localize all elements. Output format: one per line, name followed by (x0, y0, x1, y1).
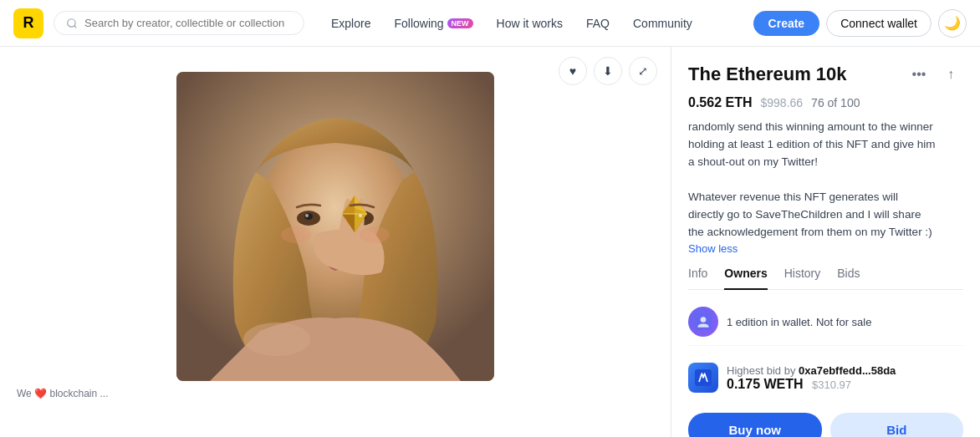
nft-title-row: The Ethereum 10k ••• ↑ (688, 62, 963, 87)
svg-point-15 (305, 214, 309, 217)
bid-avatar (688, 363, 718, 393)
like-button[interactable]: ♥ (559, 57, 587, 85)
left-panel: ♥ ⬇ ⤢ (0, 47, 671, 437)
logo[interactable]: R (13, 8, 43, 38)
bid-avatar-icon (695, 369, 712, 386)
artwork-caption: We ❤️ blockchain ... (0, 388, 109, 399)
connect-wallet-button[interactable]: Connect wallet (826, 10, 932, 37)
tab-history[interactable]: History (784, 267, 821, 290)
buy-bid-row: Buy now Bid (688, 413, 963, 437)
svg-point-17 (281, 226, 311, 243)
nav-item-faq[interactable]: FAQ (576, 12, 620, 35)
bid-amount: 0.175 WETH (727, 377, 804, 391)
svg-point-19 (243, 323, 310, 356)
bid-address: 0xa7ebffedd...58da (799, 364, 896, 377)
owner-row: 1 edition in wallet. Not for sale (688, 298, 963, 346)
nav-item-following[interactable]: Following NEW (384, 12, 482, 35)
nav-item-community[interactable]: Community (623, 12, 702, 35)
header-right: Create Connect wallet 🌙 (753, 9, 967, 38)
nft-description: randomly send this winning amount to the… (688, 119, 963, 258)
title-actions: ••• ↑ (906, 62, 963, 87)
main-nav: Explore Following NEW How it works FAQ C… (321, 12, 743, 35)
bid-amount-row: 0.175 WETH $310.97 (727, 377, 896, 392)
right-panel: The Ethereum 10k ••• ↑ 0.562 ETH $998.66… (671, 47, 980, 437)
main-content: ♥ ⬇ ⤢ (0, 47, 980, 437)
nft-tabs: Info Owners History Bids (688, 267, 963, 290)
nft-title: The Ethereum 10k (688, 64, 906, 85)
owner-info: 1 edition in wallet. Not for sale (727, 316, 871, 328)
svg-line-1 (74, 25, 77, 28)
tab-info[interactable]: Info (688, 267, 707, 290)
svg-point-18 (360, 226, 390, 243)
tab-bids[interactable]: Bids (837, 267, 860, 290)
owner-avatar-icon (695, 313, 712, 330)
price-row: 0.562 ETH $998.66 76 of 100 (688, 95, 963, 110)
bid-button[interactable]: Bid (830, 413, 964, 437)
following-new-badge: NEW (447, 18, 473, 28)
create-button[interactable]: Create (753, 11, 820, 36)
edition-info: 76 of 100 (811, 96, 860, 109)
search-icon (66, 18, 78, 29)
nav-item-explore[interactable]: Explore (321, 12, 380, 35)
search-input[interactable] (84, 17, 292, 29)
artwork-image (176, 72, 494, 381)
artwork-actions: ♥ ⬇ ⤢ (559, 57, 657, 85)
nav-item-how-it-works[interactable]: How it works (487, 12, 573, 35)
bid-usd: $310.97 (812, 379, 851, 391)
bid-row: Highest bid by 0xa7ebffedd...58da 0.175 … (688, 354, 963, 401)
bid-details: Highest bid by 0xa7ebffedd...58da 0.175 … (727, 364, 896, 392)
svg-point-16 (359, 214, 362, 217)
header: R Explore Following NEW How it works FAQ… (0, 0, 980, 47)
download-button[interactable]: ⬇ (594, 57, 622, 85)
more-options-button[interactable]: ••• (906, 62, 932, 87)
artwork-svg (176, 72, 494, 381)
expand-button[interactable]: ⤢ (629, 57, 657, 85)
usd-price: $998.66 (760, 96, 803, 109)
svg-point-0 (68, 18, 75, 26)
owner-avatar (688, 307, 718, 337)
eth-price: 0.562 ETH (688, 95, 752, 110)
bid-info-label: Highest bid by 0xa7ebffedd...58da (727, 364, 896, 377)
search-bar (54, 11, 304, 35)
tab-owners[interactable]: Owners (724, 267, 767, 290)
svg-point-21 (701, 318, 707, 323)
buy-now-button[interactable]: Buy now (688, 413, 822, 437)
theme-toggle-button[interactable]: 🌙 (938, 9, 967, 38)
share-button[interactable]: ↑ (938, 62, 963, 87)
show-less-link[interactable]: Show less (688, 242, 738, 255)
